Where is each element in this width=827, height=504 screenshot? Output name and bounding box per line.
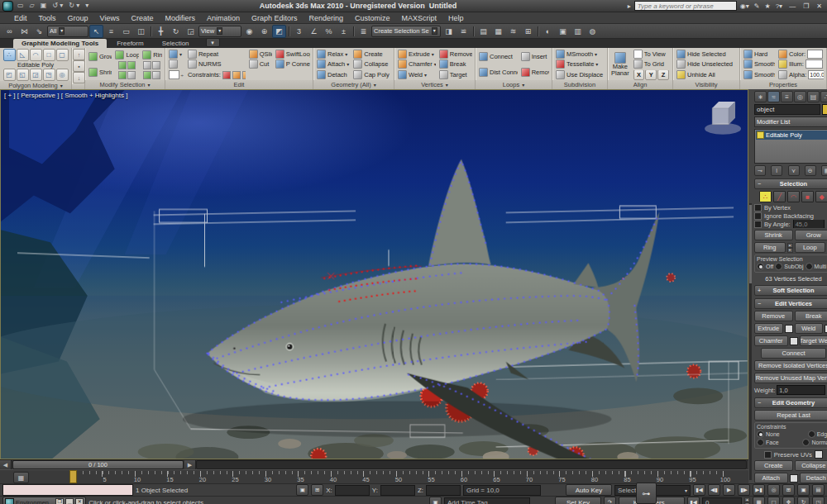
attach-button[interactable]: Attach▾ [316,59,350,69]
tab-graphite-modeling-tools[interactable]: Graphite Modeling Tools [13,39,107,48]
keyboard-shortcut-override-icon[interactable]: ◩ [272,25,286,38]
tab-selection[interactable]: Selection [154,39,198,48]
loop-button[interactable]: Loop▾ [114,50,139,59]
vertex-so-icon[interactable]: ∴ [759,191,772,202]
chamfer-button[interactable]: Chamfer [754,335,788,346]
schematic-view-icon[interactable]: ⊞ [521,25,535,38]
constrain-face-icon[interactable] [242,71,246,79]
ring-button[interactable]: Ring [754,242,786,253]
render-production-icon[interactable]: ◍ [586,25,600,38]
viewport-label[interactable]: [ + ] [ Perspective ] [ Smooth + Highlig… [4,92,127,99]
window-crossing-icon[interactable]: ◫ [134,25,148,38]
mini-curve-editor-button[interactable]: ▦ [13,472,29,483]
tessellate-button[interactable]: Tessellate▾ [555,59,604,69]
menu-group[interactable]: Group [62,14,94,22]
graphite-ribbon-toggle-icon[interactable]: ▦ [491,25,505,38]
menu-tools[interactable]: Tools [33,14,62,22]
auto-key-button[interactable]: Auto Key [566,484,612,496]
current-frame-field[interactable]: 0 [702,497,742,504]
weld-button[interactable]: Weld▾ [397,70,436,80]
modifier-stack[interactable]: Editable Poly [754,129,827,164]
edit-geometry-rollout-header[interactable]: −Edit Geometry [754,397,827,408]
open-file-icon[interactable]: ▱ [28,1,36,11]
set-key-mode-button[interactable]: ⊶ [636,483,657,504]
stack-item-editable-poly[interactable]: Editable Poly [756,131,827,140]
grow-button[interactable]: Grow [88,52,112,62]
track-bar[interactable]: ▦ 05 1015 2025 3035 4045 5055 6065 7075 … [0,469,748,483]
section-label[interactable]: Polygon Modeling▾ [0,81,71,89]
menu-graph-editors[interactable]: Graph Editors [246,14,304,22]
menu-create[interactable]: Create [125,14,159,22]
repeat-button[interactable]: Repeat [187,49,246,59]
make-unique-icon[interactable]: ⋎ [788,165,800,176]
constrain-none-icon[interactable] [222,71,231,79]
ring-shift-icon[interactable] [143,71,151,79]
modifier-list-dropdown[interactable]: Modifier List▾ [754,116,827,127]
save-file-icon[interactable]: ▣ [39,1,49,11]
maxscript-mini-listener[interactable] [2,484,133,496]
vertex-color-swatch[interactable] [807,50,823,59]
material-editor-icon[interactable]: ◐ [541,25,555,38]
connect-button[interactable]: Connect [478,52,518,62]
remove-button[interactable]: Remove [754,311,793,321]
redo-icon[interactable]: ↻ ▾ [67,1,81,11]
ring-spinner[interactable]: ▲▼ [787,243,793,253]
undo-icon[interactable]: ↺ ▾ [50,1,65,11]
select-and-scale-icon[interactable]: ◲ [184,25,198,38]
zoom-all-icon[interactable]: ⊞ [782,484,795,496]
ring-mode-icon[interactable] [152,71,160,79]
menu-customize[interactable]: Customize [349,14,396,22]
env-close-icon[interactable]: ✕ [75,498,84,504]
extrude-button[interactable]: Extrude▾ [397,49,436,59]
frame-spinner[interactable]: ▲▼ [744,497,750,504]
time-tag-icon[interactable]: ▣ [429,497,442,504]
by-vertex-checkbox[interactable] [754,204,762,212]
detach-button[interactable]: Detach [316,70,350,80]
element-mode-icon[interactable]: ▢ [56,49,69,61]
time-slider[interactable]: ◀ 0 / 100 ▶ [0,459,748,469]
remove-modifier-icon[interactable]: ⊖ [805,165,816,176]
section-label[interactable]: Vertices▾ [394,80,475,89]
element-so-icon[interactable]: ◆ [815,191,827,202]
perspective-viewport[interactable]: [ + ] [ Perspective ] [ Smooth + Highlig… [0,89,748,459]
env-restore-icon[interactable]: ❐ [55,498,64,504]
set-key-button[interactable]: Set Key [555,497,601,504]
preview-subobj-radio[interactable] [775,263,782,270]
edit-preserve-icon-button[interactable]: ▾ [168,49,184,59]
relax-button[interactable]: Relax▾ [316,49,350,59]
select-object-icon[interactable]: ↖ [89,25,103,38]
pan-icon[interactable]: ✥ [782,497,795,504]
play-icon[interactable]: ▶ [723,484,735,496]
target-weld-button[interactable]: Target Weld [800,335,827,346]
go-to-start-icon[interactable]: ▮◀ [693,484,705,496]
rendered-frame-window-icon[interactable]: ▥ [571,25,585,38]
hard-button[interactable]: Hard [743,49,775,59]
loop-grow-icon[interactable] [118,61,127,69]
qslice-button[interactable]: QSlice [248,49,272,59]
remove-button[interactable]: Remove [438,49,472,59]
select-and-manipulate-icon[interactable]: ⊕ [257,25,271,38]
quick-access-menu-icon[interactable]: ▾ [84,1,90,11]
loop-button[interactable]: Loop [795,242,826,253]
tab-utilities-icon[interactable]: ∴ [820,91,827,102]
zoom-extents-all-icon[interactable]: ▤ [812,484,825,496]
preview-multi-radio[interactable] [805,263,813,270]
ribbon-minimize-icon[interactable]: ▾ [206,38,220,47]
search-expand-icon[interactable]: ▸ [626,2,633,10]
soft-selection-rollout-header[interactable]: +Soft Selection [754,285,827,296]
select-and-rotate-icon[interactable]: ↻ [169,25,183,38]
pconnect-button[interactable]: P Connect▾ [275,59,310,69]
detach-button[interactable]: Detach [800,473,827,483]
remove-unused-map-verts-button[interactable]: Remove Unused Map Verts [754,373,827,383]
constraint-normal-radio[interactable] [802,439,810,446]
remove-isolated-vertices-button[interactable]: Remove Isolated Vertices [754,360,827,371]
make-planar-button[interactable]: Make Planar [610,64,630,77]
smooth-button[interactable]: Smooth [743,59,775,69]
add-time-tag-field[interactable]: Add Time Tag [444,497,530,504]
hide-selected-button[interactable]: Hide Selected [676,49,734,59]
named-selection-dropdown[interactable]: Create Selection Se▾ [371,26,441,37]
percent-snap-icon[interactable]: % [322,25,336,38]
viewport-canvas[interactable] [1,90,748,459]
unlink-selection-icon[interactable]: ⋈ [17,25,31,38]
insert-loop-button[interactable]: Insert [520,52,549,62]
